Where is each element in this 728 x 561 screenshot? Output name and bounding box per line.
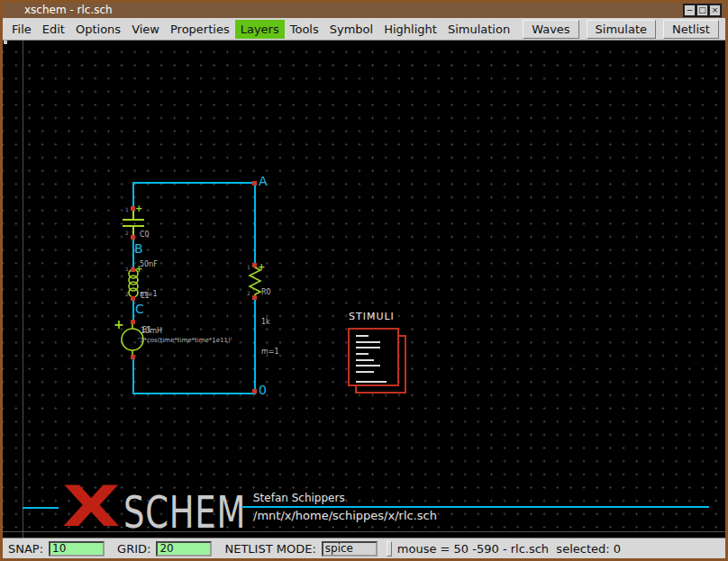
axis-vertical <box>23 41 23 538</box>
maximize-icon[interactable]: □ <box>696 5 708 16</box>
resistor-name: R0 <box>261 287 279 297</box>
stimuli-text-line <box>356 353 369 355</box>
capacitor-pin1-number: 1 <box>125 207 129 213</box>
netlist-mode-label: NETLIST MODE: <box>224 542 315 556</box>
capacitor-pin2-number: 2 <box>125 231 129 236</box>
canvas-corner-marker <box>4 41 7 44</box>
resistor-pin-bottom[interactable] <box>252 295 257 300</box>
netlist-mode-input[interactable] <box>322 541 378 556</box>
inductor-pin2-number: 2 <box>125 292 129 297</box>
grid-input[interactable] <box>156 541 212 556</box>
menu-options[interactable]: Options <box>70 20 126 39</box>
menu-highlight[interactable]: Highlight <box>378 20 442 39</box>
capacitor-pin-bottom[interactable] <box>131 235 135 240</box>
menu-properties[interactable]: Properties <box>165 20 235 39</box>
wire-top[interactable] <box>132 182 256 184</box>
wire-bottom[interactable] <box>132 393 256 394</box>
menu-layers[interactable]: Layers <box>235 20 285 39</box>
netlist-button[interactable]: Netlist <box>663 20 719 39</box>
inductor-name: L1 <box>141 290 162 302</box>
stimuli-text-line <box>356 341 380 343</box>
node-label-gnd[interactable]: 0 <box>259 384 267 396</box>
inductor-pin-top[interactable] <box>131 267 135 272</box>
snap-label: SNAP: <box>8 542 43 556</box>
xschem-window: xschem - rlc.sch − □ × File Edit Options… <box>0 0 728 561</box>
waves-button[interactable]: Waves <box>523 20 578 39</box>
xschem-logo-x: X <box>62 480 121 534</box>
schematic-canvas[interactable]: + 1 2 C0 50nF m=1 A B C 0 + 1 <box>3 41 725 538</box>
capacitor-pin-top[interactable] <box>131 206 135 211</box>
resistor-value: 1k <box>261 317 279 327</box>
window-title: xschem - rlc.sch <box>24 4 113 16</box>
menu-simulation[interactable]: Simulation <box>442 20 515 39</box>
mouse-status-text: mouse = 50 -590 - rlc.sch selected: 0 <box>397 542 621 556</box>
file-path-text: /mnt/x/home/schippes/x/rlc.sch <box>253 509 437 522</box>
stimuli-label: STIMULI <box>349 311 395 322</box>
wire-right-1[interactable] <box>254 182 256 266</box>
divider-line-right <box>241 506 709 508</box>
window-controls: − □ × <box>683 4 722 17</box>
capacitor-name: C0 <box>140 230 158 240</box>
grid-label: GRID: <box>117 542 150 556</box>
resistor-mult: m=1 <box>261 347 279 357</box>
stimuli-text-line <box>356 359 374 361</box>
junction-pin-bottom-right <box>252 389 257 394</box>
status-bar: SNAP: GRID: NETLIST MODE: mouse = 50 -59… <box>3 538 725 558</box>
menu-edit[interactable]: Edit <box>37 20 70 39</box>
junction-pin-top-right <box>252 181 257 185</box>
inductor-pin-bottom[interactable] <box>131 296 135 301</box>
wire-left-4[interactable] <box>132 356 134 394</box>
title-bar[interactable]: xschem - rlc.sch − □ × <box>3 3 725 18</box>
statusbar-sash[interactable] <box>387 541 392 556</box>
stimuli-text-line <box>356 381 387 383</box>
resistor-labels: R0 1k m=1 <box>261 267 279 376</box>
stimuli-text-line <box>356 347 380 348</box>
wire-right-2[interactable] <box>254 296 256 394</box>
source-pin-bottom[interactable] <box>131 355 135 359</box>
source-value: '3*cos(time*time*time*1e11)' <box>138 336 232 346</box>
menu-file[interactable]: File <box>6 20 37 39</box>
menu-bar: File Edit Options View Properties Layers… <box>3 18 725 41</box>
author-text: Stefan Schippers <box>253 492 345 504</box>
inductor-pin1-number: 1 <box>125 267 129 272</box>
stimuli-text-line <box>356 335 369 337</box>
divider-line-left <box>23 507 59 509</box>
source-plus-sign: + <box>114 318 124 330</box>
close-icon[interactable]: × <box>709 5 721 16</box>
node-label-a[interactable]: A <box>259 175 268 187</box>
menu-tools[interactable]: Tools <box>285 20 324 39</box>
stimuli-front-sheet[interactable] <box>348 328 399 386</box>
node-label-b[interactable]: B <box>134 242 143 255</box>
menu-symbol[interactable]: Symbol <box>324 20 378 39</box>
stimuli-text-line <box>356 365 380 366</box>
stimuli-text-line <box>356 371 374 373</box>
simulate-button[interactable]: Simulate <box>587 20 656 39</box>
resistor-pin-top[interactable] <box>252 263 257 267</box>
source-pin-top[interactable] <box>131 320 135 324</box>
minimize-icon[interactable]: − <box>684 5 696 16</box>
xschem-logo-text: SCHEM <box>123 491 246 534</box>
resistor-pin1-number: 1 <box>247 265 250 270</box>
source-name: E1 <box>142 325 151 335</box>
menu-view[interactable]: View <box>126 20 165 39</box>
snap-input[interactable] <box>49 541 105 556</box>
resistor-pin2-number: 2 <box>247 291 250 296</box>
